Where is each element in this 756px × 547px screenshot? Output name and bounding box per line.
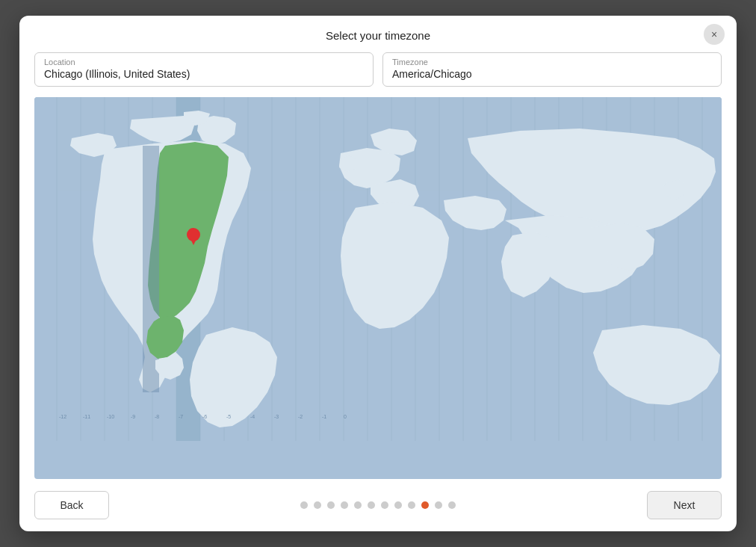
pagination-dot-8[interactable] — [394, 501, 402, 509]
svg-text:-10: -10 — [107, 414, 114, 419]
pagination-dot-11[interactable] — [435, 501, 442, 509]
close-icon: × — [711, 28, 717, 40]
fields-row: Location Chicago (Illinois, United State… — [19, 52, 737, 97]
svg-text:-3: -3 — [274, 414, 279, 419]
pagination-dot-9[interactable] — [408, 501, 415, 509]
timezone-dialog: Select your timezone × Location Chicago … — [19, 16, 737, 531]
location-value: Chicago (Illinois, United States) — [44, 68, 364, 80]
next-button[interactable]: Next — [647, 491, 722, 519]
timezone-field[interactable]: Timezone America/Chicago — [382, 52, 722, 87]
svg-text:-12: -12 — [59, 414, 66, 419]
svg-text:-5: -5 — [226, 414, 231, 419]
svg-text:-1: -1 — [322, 414, 326, 419]
svg-text:-7: -7 — [179, 414, 183, 419]
timezone-value: America/Chicago — [392, 68, 712, 80]
map-svg: -12 -11 -10 -9 -8 -7 -6 -5 -4 -3 -2 -1 0 — [34, 97, 722, 441]
svg-text:-9: -9 — [131, 414, 135, 419]
pagination-dot-6[interactable] — [368, 501, 375, 509]
svg-text:0: 0 — [344, 414, 347, 419]
svg-text:-4: -4 — [250, 414, 255, 419]
svg-text:-6: -6 — [202, 414, 207, 419]
location-field[interactable]: Location Chicago (Illinois, United State… — [34, 52, 374, 87]
pagination-dot-2[interactable] — [314, 501, 321, 509]
pagination-dot-7[interactable] — [381, 501, 388, 509]
location-label: Location — [44, 58, 364, 67]
dialog-footer: Back Next — [19, 479, 737, 531]
pagination-dots — [300, 501, 456, 509]
pagination-dot-12[interactable] — [448, 501, 456, 509]
pagination-dot-10[interactable] — [421, 501, 429, 509]
svg-text:-8: -8 — [155, 414, 159, 419]
pagination-dot-5[interactable] — [354, 501, 362, 509]
close-button[interactable]: × — [704, 24, 725, 45]
dialog-header: Select your timezone × — [19, 16, 737, 52]
svg-text:-2: -2 — [298, 414, 303, 419]
pagination-dot-4[interactable] — [341, 501, 348, 509]
svg-text:-11: -11 — [83, 414, 90, 419]
dialog-title: Select your timezone — [326, 29, 430, 42]
timezone-map[interactable]: -12 -11 -10 -9 -8 -7 -6 -5 -4 -3 -2 -1 0 — [34, 97, 722, 479]
pagination-dot-1[interactable] — [300, 501, 308, 509]
pagination-dot-3[interactable] — [327, 501, 335, 509]
timezone-label: Timezone — [392, 58, 712, 67]
back-button[interactable]: Back — [34, 491, 109, 519]
